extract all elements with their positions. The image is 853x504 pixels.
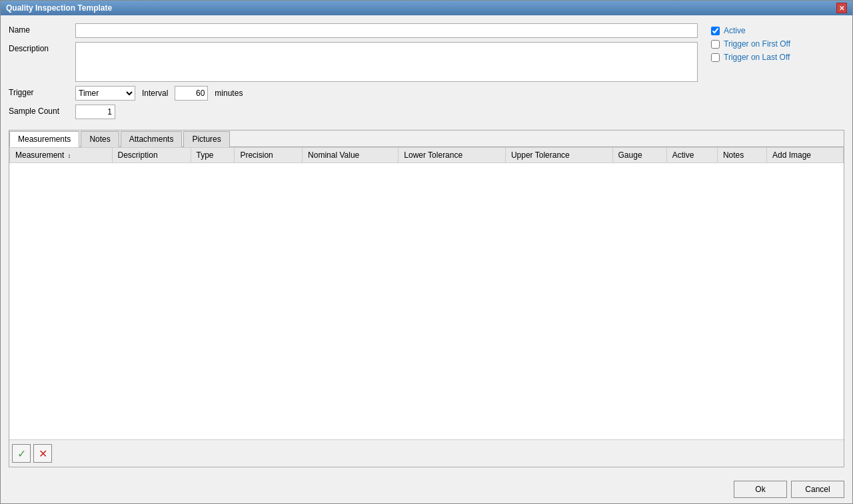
table-footer-buttons: ✓ ✕ xyxy=(9,439,844,467)
sample-count-row: Sample Count xyxy=(9,105,698,119)
minutes-label: minutes xyxy=(215,89,243,98)
col-upper-tolerance[interactable]: Upper Tolerance xyxy=(505,148,612,163)
col-precision[interactable]: Precision xyxy=(235,148,303,163)
form-right: Active Trigger on First Off Trigger on L… xyxy=(711,23,844,123)
description-label: Description xyxy=(9,42,75,53)
active-checkbox[interactable] xyxy=(711,27,720,35)
name-label: Name xyxy=(9,23,75,35)
col-add-image[interactable]: Add Image xyxy=(766,148,843,163)
tabs-header: Measurements Notes Attachments Pictures xyxy=(9,130,844,147)
tab-pictures[interactable]: Pictures xyxy=(183,131,229,147)
trigger-last-off-row: Trigger on Last Off xyxy=(711,53,844,62)
sample-count-label: Sample Count xyxy=(9,105,75,116)
col-gauge[interactable]: Gauge xyxy=(612,148,666,163)
col-active[interactable]: Active xyxy=(666,148,717,163)
close-icon: ✕ xyxy=(839,5,844,12)
trigger-first-off-label: Trigger on First Off xyxy=(724,39,790,49)
name-input[interactable] xyxy=(75,23,698,38)
col-notes[interactable]: Notes xyxy=(717,148,766,163)
col-description[interactable]: Description xyxy=(112,148,191,163)
form-area: Name Description Trigger Timer Manual xyxy=(9,23,844,123)
col-type[interactable]: Type xyxy=(191,148,235,163)
trigger-controls: Timer Manual Auto Interval minutes xyxy=(75,86,243,101)
trigger-row: Trigger Timer Manual Auto Interval minut… xyxy=(9,86,698,101)
cancel-row-button[interactable]: ✕ xyxy=(33,444,52,463)
trigger-select[interactable]: Timer Manual Auto xyxy=(75,86,135,101)
trigger-last-off-label: Trigger on Last Off xyxy=(724,53,790,62)
interval-label: Interval xyxy=(142,89,168,98)
col-nominal-value[interactable]: Nominal Value xyxy=(303,148,399,163)
form-left: Name Description Trigger Timer Manual xyxy=(9,23,698,123)
save-row-button[interactable]: ✓ xyxy=(12,444,31,463)
active-label: Active xyxy=(724,26,746,35)
description-input[interactable] xyxy=(75,42,698,82)
trigger-label: Trigger xyxy=(9,86,75,97)
tab-attachments[interactable]: Attachments xyxy=(121,131,183,147)
dialog-buttons: Ok Cancel xyxy=(1,475,852,503)
main-window: Quality Inspection Template ✕ Name Descr… xyxy=(0,0,853,504)
trigger-last-off-checkbox[interactable] xyxy=(711,53,720,62)
save-checkmark-icon: ✓ xyxy=(17,447,26,460)
tabs-container: Measurements Notes Attachments Pictures xyxy=(9,130,844,467)
trigger-first-off-row: Trigger on First Off xyxy=(711,39,844,49)
cancel-button[interactable]: Cancel xyxy=(791,481,844,498)
tab-measurements[interactable]: Measurements xyxy=(9,131,79,147)
trigger-first-off-checkbox[interactable] xyxy=(711,40,720,49)
name-row: Name xyxy=(9,23,698,38)
window-content: Name Description Trigger Timer Manual xyxy=(1,15,852,475)
col-measurement[interactable]: Measurement ↕ xyxy=(10,148,113,163)
col-lower-tolerance[interactable]: Lower Tolerance xyxy=(399,148,506,163)
interval-input[interactable] xyxy=(175,86,208,101)
measurements-table: Measurement ↕ Description Type Precision xyxy=(9,147,844,163)
ok-button[interactable]: Ok xyxy=(734,481,787,498)
table-header-row: Measurement ↕ Description Type Precision xyxy=(10,148,844,163)
title-bar: Quality Inspection Template ✕ xyxy=(1,1,852,15)
close-button[interactable]: ✕ xyxy=(836,3,847,13)
sample-count-input[interactable] xyxy=(75,105,115,119)
window-title: Quality Inspection Template xyxy=(6,3,112,13)
sort-arrow-measurement: ↕ xyxy=(68,152,71,159)
tab-notes[interactable]: Notes xyxy=(81,131,119,147)
tab-content-measurements: Measurement ↕ Description Type Precision xyxy=(9,147,844,439)
active-row: Active xyxy=(711,26,844,35)
cancel-x-icon: ✕ xyxy=(39,447,47,460)
description-row: Description xyxy=(9,42,698,82)
